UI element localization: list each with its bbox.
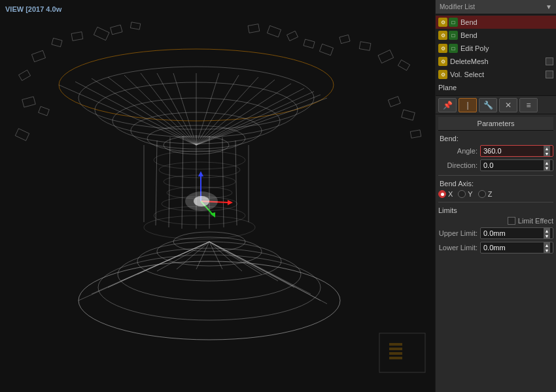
direction-row: Direction: 0.0 ▲ ▼: [438, 159, 553, 171]
angle-down[interactable]: ▼: [544, 151, 550, 156]
right-panel: Modifier List ▼ ⚙ □ Bend ⚙ □ Bend ⚙ □: [435, 0, 556, 392]
axis-z-label: Z: [488, 190, 493, 198]
svg-rect-97: [389, 352, 402, 355]
modifier-name-bend-2: Bend: [460, 31, 553, 39]
lower-limit-value: 0.0mm: [483, 244, 544, 252]
lower-limit-down[interactable]: ▼: [544, 248, 550, 253]
svg-rect-95: [389, 343, 402, 346]
bend-axis-label: Bend Axis:: [438, 180, 553, 188]
direction-spinner[interactable]: ▲ ▼: [544, 160, 550, 171]
modifier-name-bend-1: Bend: [460, 18, 553, 26]
bend-group-label: Bend:: [438, 135, 553, 142]
modifier-list-title: Modifier List: [440, 3, 475, 10]
direction-down[interactable]: ▼: [544, 165, 550, 171]
direction-input[interactable]: 0.0 ▲ ▼: [480, 159, 553, 171]
lower-limit-spinner[interactable]: ▲ ▼: [544, 242, 550, 253]
parameters-title: Parameters: [438, 117, 553, 131]
modifier-stack: ⚙ □ Bend ⚙ □ Bend ⚙ □ Edit Poly ⚙: [436, 14, 556, 96]
upper-limit-input[interactable]: 0.0mm ▲ ▼: [480, 227, 553, 239]
modifier-toolbar: 📌 | 🔧 ✕ ≡: [436, 96, 556, 114]
direction-label: Direction:: [438, 161, 478, 169]
modifier-item-deletemesh[interactable]: ⚙ DeleteMesh: [436, 55, 556, 68]
svg-rect-98: [389, 357, 402, 359]
modifier-list-arrow[interactable]: ▼: [546, 3, 552, 10]
bend-axis-row: X Y Z: [438, 190, 553, 198]
modifier-item-vol-select[interactable]: ⚙ Vol. Select: [436, 68, 556, 81]
3d-canvas: [0, 0, 435, 392]
modifier-checkbox-vol-select[interactable]: [546, 71, 553, 78]
angle-spinner[interactable]: ▲ ▼: [544, 146, 550, 156]
upper-limit-down[interactable]: ▼: [544, 233, 550, 238]
lower-limit-label: Lower Limit:: [438, 244, 478, 252]
modifier-active-icon-edit-poly: □: [449, 44, 458, 53]
modifier-active-icon-bend-2: □: [449, 31, 458, 40]
modifier-checkbox-deletemesh[interactable]: [546, 57, 553, 65]
angle-up[interactable]: ▲: [544, 146, 550, 151]
modifier-list-header[interactable]: Modifier List ▼: [436, 0, 556, 14]
upper-limit-up[interactable]: ▲: [544, 228, 550, 233]
limits-label: Limits: [438, 206, 553, 214]
axis-z-radio[interactable]: [478, 190, 486, 198]
pin-button[interactable]: 📌: [438, 98, 457, 112]
viewport[interactable]: VIEW [2017 4.0w: [0, 0, 435, 392]
direction-up[interactable]: ▲: [544, 160, 550, 165]
modifier-name-deletemesh: DeleteMesh: [450, 57, 546, 65]
angle-label: Angle:: [438, 147, 478, 155]
lower-limit-input[interactable]: 0.0mm ▲ ▼: [480, 242, 553, 253]
svg-point-93: [185, 191, 218, 211]
axis-x-label: X: [448, 190, 453, 198]
modifier-icon-vol-select: ⚙: [438, 70, 447, 79]
axis-y-option[interactable]: Y: [458, 190, 472, 198]
parameters-section: Parameters Bend: Angle: 360.0 ▲ ▼ Direct…: [436, 114, 556, 392]
extra-button[interactable]: ≡: [519, 98, 538, 112]
viewport-label: VIEW [2017 4.0w: [5, 5, 61, 13]
svg-rect-0: [0, 0, 435, 392]
configure-button[interactable]: 🔧: [479, 98, 497, 112]
modifier-item-plane[interactable]: Plane: [436, 81, 556, 94]
angle-value: 360.0: [483, 147, 544, 155]
angle-row: Angle: 360.0 ▲ ▼: [438, 145, 553, 157]
modifier-icon-bend-1: ⚙: [438, 18, 447, 27]
modifier-active-icon-bend-1: □: [449, 18, 458, 27]
axis-z-option[interactable]: Z: [478, 190, 493, 198]
axis-radio-group: X Y Z: [438, 190, 492, 198]
svg-rect-96: [389, 348, 402, 350]
divider-1: [438, 175, 553, 176]
axis-y-radio[interactable]: [458, 190, 466, 198]
modifier-icon-edit-poly: ⚙: [438, 44, 447, 53]
limit-effect-row: Limit Effect: [438, 217, 553, 225]
upper-limit-spinner[interactable]: ▲ ▼: [544, 228, 550, 238]
move-button[interactable]: |: [459, 98, 477, 112]
modifier-name-edit-poly: Edit Poly: [460, 44, 553, 52]
modifier-icon-bend-2: ⚙: [438, 31, 447, 40]
divider-2: [438, 202, 553, 203]
direction-value: 0.0: [483, 161, 544, 169]
lower-limit-up[interactable]: ▲: [544, 242, 550, 248]
limit-effect-label: Limit Effect: [518, 217, 553, 225]
lower-limit-row: Lower Limit: 0.0mm ▲ ▼: [438, 242, 553, 253]
modifier-item-edit-poly[interactable]: ⚙ □ Edit Poly: [436, 42, 556, 55]
modifier-name-plane: Plane: [438, 84, 553, 91]
upper-limit-row: Upper Limit: 0.0mm ▲ ▼: [438, 227, 553, 239]
modifier-item-bend-2[interactable]: ⚙ □ Bend: [436, 29, 556, 42]
upper-limit-value: 0.0mm: [483, 229, 544, 237]
axis-y-label: Y: [468, 190, 472, 198]
upper-limit-label: Upper Limit:: [438, 229, 478, 237]
modifier-name-vol-select: Vol. Select: [450, 71, 546, 78]
axis-x-radio[interactable]: [438, 190, 446, 198]
modifier-icon-deletemesh: ⚙: [438, 57, 447, 66]
delete-button[interactable]: ✕: [499, 98, 517, 112]
modifier-item-bend-1[interactable]: ⚙ □ Bend: [436, 16, 556, 29]
axis-x-option[interactable]: X: [438, 190, 453, 198]
angle-input[interactable]: 360.0 ▲ ▼: [480, 145, 553, 157]
limit-effect-checkbox[interactable]: [508, 217, 515, 225]
